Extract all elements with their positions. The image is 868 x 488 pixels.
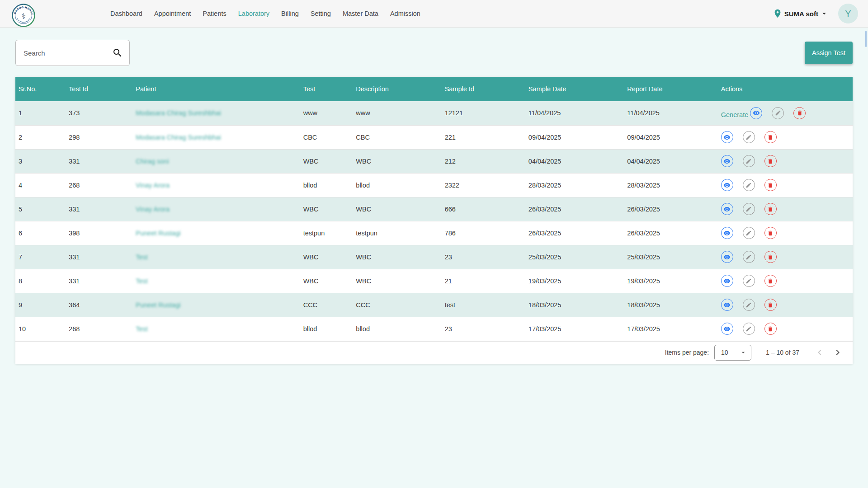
eye-icon <box>723 301 731 309</box>
delete-test-button[interactable] <box>764 131 777 143</box>
column-header-report-date: Report Date <box>624 77 717 101</box>
delete-test-button[interactable] <box>764 299 777 311</box>
patient-link[interactable]: Vinay Arora <box>136 182 170 189</box>
edit-test-button[interactable] <box>743 227 755 239</box>
action-icons <box>721 179 777 191</box>
pencil-icon <box>745 182 752 188</box>
edit-test-button[interactable] <box>743 251 755 263</box>
edit-test-button[interactable] <box>743 275 755 287</box>
cell-sample-date: 17/03/2025 <box>525 317 624 341</box>
generate-report-link[interactable]: Generate <box>721 111 748 118</box>
table-row: 8 331 Test WBC WBC 21 19/03/2025 19/03/2… <box>15 269 853 293</box>
pencil-icon <box>745 206 752 212</box>
edit-test-button[interactable] <box>743 155 755 167</box>
cell-report-date: 09/04/2025 <box>624 125 717 149</box>
table-row: 6 398 Puneet Rustagi testpun testpun 786… <box>15 221 853 245</box>
patient-link[interactable]: Modasara Chirag Sureshbhai <box>136 134 221 141</box>
view-report-button[interactable] <box>721 179 733 191</box>
delete-test-button[interactable] <box>764 323 777 335</box>
patient-link[interactable]: Test <box>136 277 148 285</box>
edit-test-button[interactable] <box>743 203 755 215</box>
delete-test-button[interactable] <box>793 107 806 119</box>
items-per-page-select[interactable]: 10 <box>714 345 751 361</box>
cell-actions <box>718 149 853 173</box>
hospital-logo-icon: EKTOS HEALTH ⚕ <box>12 4 35 27</box>
cell-sr-no: 3 <box>15 149 66 173</box>
next-page-button[interactable] <box>831 346 844 359</box>
paginator: Items per page: 10 1 – 10 of 37 <box>15 341 853 364</box>
edit-test-button[interactable] <box>743 131 755 143</box>
nav-item-laboratory[interactable]: Laboratory <box>238 10 269 17</box>
view-report-button[interactable] <box>750 107 762 119</box>
patient-link[interactable]: Puneet Rustagi <box>136 301 180 309</box>
assign-test-button[interactable]: Assign Test <box>805 42 853 64</box>
view-report-button[interactable] <box>721 131 733 143</box>
delete-test-button[interactable] <box>764 179 777 191</box>
cell-patient: Chirag soni <box>132 149 300 173</box>
delete-test-button[interactable] <box>764 203 777 215</box>
patient-link[interactable]: Puneet Rustagi <box>136 230 180 237</box>
view-report-button[interactable] <box>721 251 733 263</box>
view-report-button[interactable] <box>721 275 733 287</box>
select-caret-icon <box>740 349 747 356</box>
view-report-button[interactable] <box>721 155 733 167</box>
nav-item-billing[interactable]: Billing <box>281 10 299 17</box>
column-header-test-id: Test Id <box>66 77 132 101</box>
table-row: 4 268 Vinay Arora bllod bllod 2322 28/03… <box>15 173 853 197</box>
cell-test: CCC <box>300 293 353 317</box>
column-header-sample-date: Sample Date <box>525 77 624 101</box>
nav-item-appointment[interactable]: Appointment <box>154 10 191 17</box>
cell-test: CBC <box>300 125 353 149</box>
edit-test-button[interactable] <box>743 323 755 335</box>
pencil-icon <box>745 302 752 308</box>
cell-description: WBC <box>353 149 441 173</box>
edit-test-button[interactable] <box>743 299 755 311</box>
pencil-icon <box>745 278 752 284</box>
column-header-actions: Actions <box>718 77 853 101</box>
cell-test: www <box>300 101 353 125</box>
cell-patient: Modasara Chirag Sureshbhai <box>132 125 300 149</box>
nav-item-patients[interactable]: Patients <box>203 10 226 17</box>
delete-test-button[interactable] <box>764 275 777 287</box>
edit-test-button[interactable] <box>772 107 784 119</box>
nav-item-master-data[interactable]: Master Data <box>343 10 378 17</box>
nav-item-admission[interactable]: Admission <box>390 10 420 17</box>
action-icons <box>750 107 806 119</box>
view-report-button[interactable] <box>721 227 733 239</box>
cell-test-id: 364 <box>66 293 132 317</box>
scrollbar-thumb[interactable] <box>865 31 867 47</box>
pencil-icon <box>745 134 752 141</box>
delete-test-button[interactable] <box>764 155 777 167</box>
top-bar: EKTOS HEALTH ⚕ DashboardAppointmentPatie… <box>0 0 868 28</box>
search-input[interactable] <box>24 49 112 57</box>
cell-patient: Test <box>132 245 300 269</box>
cell-sample-id: 23 <box>442 245 525 269</box>
patient-link[interactable]: Test <box>136 325 148 333</box>
lab-tests-table: Sr.No.Test IdPatientTestDescriptionSampl… <box>15 77 853 341</box>
cell-sr-no: 10 <box>15 317 66 341</box>
view-report-button[interactable] <box>721 299 733 311</box>
cell-test: bllod <box>300 173 353 197</box>
view-report-button[interactable] <box>721 203 733 215</box>
previous-page-button[interactable] <box>813 346 826 359</box>
table-header-row: Sr.No.Test IdPatientTestDescriptionSampl… <box>15 77 853 101</box>
patient-link[interactable]: Vinay Arora <box>136 206 170 213</box>
search-box <box>15 40 130 66</box>
view-report-button[interactable] <box>721 323 733 335</box>
cell-sample-id: 23 <box>442 317 525 341</box>
patient-link[interactable]: Chirag soni <box>136 158 169 165</box>
avatar[interactable]: Y <box>838 4 858 23</box>
cell-patient: Test <box>132 317 300 341</box>
patient-link[interactable]: Modasara Chirag Sureshbhai <box>136 109 221 117</box>
cell-test-id: 398 <box>66 221 132 245</box>
nav-item-dashboard[interactable]: Dashboard <box>110 10 142 17</box>
delete-test-button[interactable] <box>764 227 777 239</box>
location-selector[interactable]: SUMA soft <box>773 9 828 19</box>
cell-sr-no: 2 <box>15 125 66 149</box>
chevron-left-icon <box>814 347 825 358</box>
nav-item-setting[interactable]: Setting <box>311 10 331 17</box>
patient-link[interactable]: Test <box>136 253 148 261</box>
edit-test-button[interactable] <box>743 179 755 191</box>
delete-test-button[interactable] <box>764 251 777 263</box>
page-range-label: 1 – 10 of 37 <box>766 349 799 356</box>
